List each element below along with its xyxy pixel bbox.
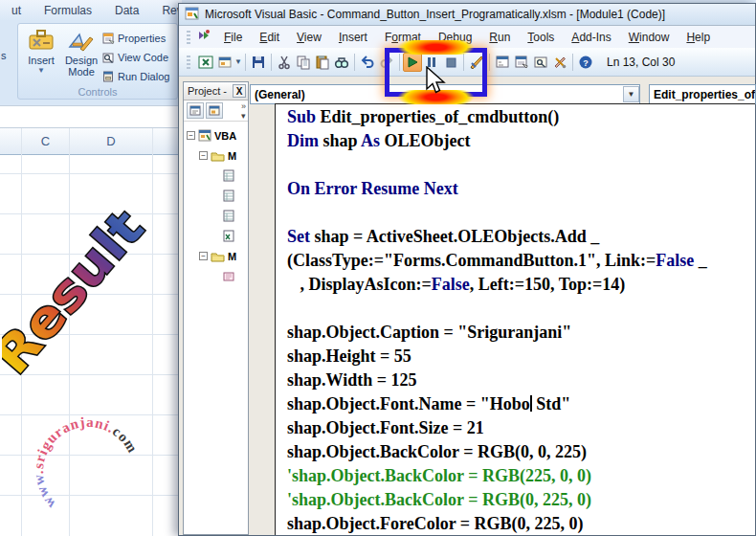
view-code-icon[interactable] xyxy=(187,102,204,119)
code-line[interactable]: shap.Object.Caption = "Sriguranjani" xyxy=(287,323,755,346)
object-browser-button[interactable] xyxy=(531,53,550,72)
tree-node-label: M xyxy=(228,251,236,262)
tree-node-folder[interactable]: −M xyxy=(184,246,248,266)
code-line[interactable]: Set shap = ActiveSheet.OLEObjects.Add _ xyxy=(287,227,755,251)
design-mode-button[interactable]: Design Mode xyxy=(60,27,102,84)
menu-tools[interactable]: Tools xyxy=(519,29,563,46)
menu-run[interactable]: Run xyxy=(480,29,519,46)
tree-node-project[interactable]: −VBA xyxy=(184,125,248,145)
module-icon xyxy=(223,271,234,282)
code-line[interactable]: shap.Object.Font.Name = "Hobo Std" xyxy=(287,394,755,418)
code-text: shap xyxy=(319,131,361,150)
run-dialog-button[interactable]: Run Dialog xyxy=(102,67,177,86)
expand-collapse-icon[interactable]: − xyxy=(199,252,208,260)
expand-collapse-icon[interactable]: − xyxy=(187,131,195,140)
undo-button[interactable] xyxy=(358,53,377,72)
code-comment: 'shap.Object.BackColor = RGB(0, 225, 0) xyxy=(287,490,591,509)
code-line[interactable]: shap.Height = 55 xyxy=(287,346,755,370)
project-tree: −VBA−M−M xyxy=(184,122,248,286)
menu-add-ins[interactable]: Add-Ins xyxy=(563,29,619,46)
expand-collapse-icon[interactable]: − xyxy=(199,151,208,160)
menu-view[interactable]: View xyxy=(288,29,330,46)
cut-button[interactable] xyxy=(275,53,294,72)
excel-ribbon: utFormulasDataRev s Insert ▼ Design Mode… xyxy=(0,0,182,105)
tree-node-module[interactable] xyxy=(184,266,248,286)
view-microsoft-excel-button[interactable] xyxy=(196,53,215,72)
menu-window[interactable]: Window xyxy=(620,29,678,46)
dropdown-arrow-icon[interactable]: ▼ xyxy=(234,57,242,66)
menu-edit[interactable]: Edit xyxy=(251,29,288,46)
vba-app-icon xyxy=(185,6,205,24)
folder-icon xyxy=(211,150,225,162)
view-object-icon[interactable] xyxy=(206,102,223,119)
column-header-partial[interactable] xyxy=(0,128,22,154)
code-text: Edit_properties_of_cmdbutton() xyxy=(316,107,559,126)
excel-icon xyxy=(198,55,213,70)
column-header-c[interactable]: C xyxy=(22,128,70,154)
menu-file[interactable]: File xyxy=(215,29,251,46)
code-line[interactable]: shap.Width = 125 xyxy=(287,370,755,394)
project-panel-header[interactable]: Project - X xyxy=(184,82,248,100)
chevron-more-icon[interactable]: »▾ xyxy=(241,101,248,121)
help-button[interactable]: ? xyxy=(576,53,595,72)
code-line[interactable]: shap.Object.BackColor = RGB(0, 0, 225) xyxy=(287,442,755,466)
tree-node-folder[interactable]: −M xyxy=(184,145,248,166)
project-explorer-button[interactable] xyxy=(493,53,512,72)
copy-icon xyxy=(296,55,311,70)
save-button[interactable] xyxy=(249,53,268,72)
code-line[interactable] xyxy=(287,299,755,323)
code-line[interactable] xyxy=(287,155,755,179)
code-text: shap.Object.Font.Name = "Hobo xyxy=(287,394,530,413)
menu-insert[interactable]: Insert xyxy=(330,29,376,46)
column-headers: C D xyxy=(0,128,182,155)
paste-button[interactable] xyxy=(313,53,332,72)
ribbon-tab-ut[interactable]: ut xyxy=(0,4,33,17)
ribbon-tab-data[interactable]: Data xyxy=(103,4,150,17)
insert-control-button[interactable]: Insert ▼ xyxy=(22,27,60,84)
ribbon-tab-bar: utFormulasDataRev xyxy=(0,0,182,20)
toolbox-button[interactable] xyxy=(550,53,569,72)
tree-node-sheet[interactable] xyxy=(184,166,248,186)
column-header-d[interactable]: D xyxy=(70,128,153,154)
code-line[interactable]: Sub Edit_properties_of_cmdbutton() xyxy=(287,107,755,131)
tree-node-sheet[interactable] xyxy=(184,206,248,226)
toolbar-separator xyxy=(271,54,272,71)
code-text: shap.Object.Caption = "Sriguranjani" xyxy=(287,323,571,342)
flame-glow-top xyxy=(393,40,478,55)
properties-button[interactable]: Properties xyxy=(102,29,177,48)
code-text: shap.Height = 55 xyxy=(287,346,411,366)
code-line[interactable]: 'shap.Object.BackColor = RGB(225, 0, 0) xyxy=(287,466,755,490)
close-icon[interactable]: X xyxy=(233,84,246,98)
code-keyword: On Error Resume Next xyxy=(287,179,458,198)
code-line[interactable]: Dim shap As OLEObject xyxy=(287,131,755,155)
menu-help[interactable]: Help xyxy=(678,29,719,46)
code-line[interactable]: , DisplayAsIcon:=False, Left:=150, Top:=… xyxy=(287,275,755,299)
toolbar-grip[interactable] xyxy=(187,31,190,44)
result-wordart[interactable]: Result xyxy=(2,203,182,404)
code-line[interactable]: shap.Object.ForeColor = RGB(0, 225, 0) xyxy=(287,514,755,535)
ribbon-tab-formulas[interactable]: Formulas xyxy=(33,4,103,17)
view-code-button[interactable]: View Code xyxy=(102,48,177,67)
insert-userform-button[interactable] xyxy=(215,53,234,72)
code-line[interactable] xyxy=(287,203,755,227)
formula-bar[interactable] xyxy=(0,105,182,128)
properties-window-button[interactable] xyxy=(512,53,531,72)
tree-node-sheet[interactable] xyxy=(184,186,248,206)
copy-button[interactable] xyxy=(294,53,313,72)
find-button[interactable] xyxy=(332,53,351,72)
undo-icon xyxy=(360,55,375,70)
vba-titlebar[interactable]: Microsoft Visual Basic - Command_Button_… xyxy=(179,4,755,26)
tree-node-workbook[interactable] xyxy=(184,226,248,246)
code-pane[interactable]: Sub Edit_properties_of_cmdbutton()Dim sh… xyxy=(275,103,755,535)
code-line[interactable]: 'shap.Object.BackColor = RGB(0, 225, 0) xyxy=(287,490,755,514)
code-line[interactable]: On Error Resume Next xyxy=(287,179,755,203)
code-line[interactable]: (ClassType:="Forms.CommandButton.1", Lin… xyxy=(287,251,755,275)
controls-group-label: Controls xyxy=(18,86,177,98)
toolbar-grip[interactable] xyxy=(187,56,190,69)
combo-dropdown-icon[interactable]: ▼ xyxy=(623,86,639,102)
browser-icon xyxy=(533,55,548,70)
run-dialog-icon xyxy=(102,71,118,82)
code-line[interactable]: shap.Object.Font.Size = 21 xyxy=(287,418,755,442)
code-editor[interactable]: Sub Edit_properties_of_cmdbutton()Dim sh… xyxy=(276,104,755,535)
procedure-combo[interactable]: Edit_properties_of xyxy=(649,84,756,104)
